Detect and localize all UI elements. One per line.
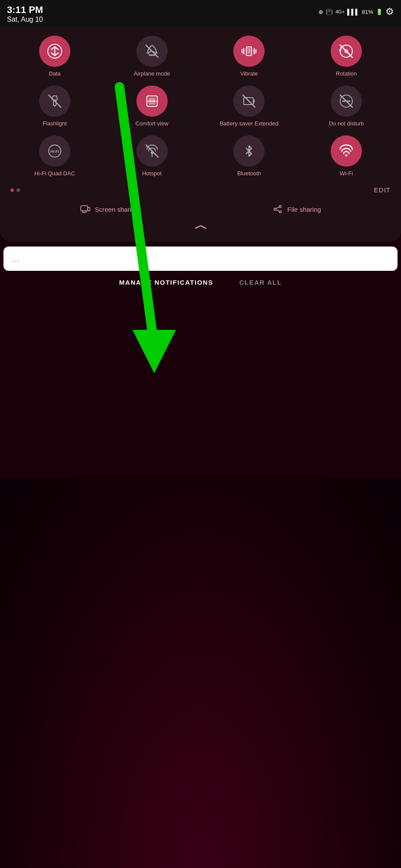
tile-data[interactable]: Data [9,36,101,78]
file-sharing-button[interactable]: File sharing [272,204,321,214]
hifi-icon: HI-FI [39,135,70,167]
hotspot-icon [136,135,168,167]
svg-rect-14 [253,99,255,103]
quick-settings-panel: Data Airplane mode [0,27,401,241]
dot-1 [10,188,14,192]
edit-button[interactable]: EDIT [374,186,391,194]
tile-vibrate[interactable]: Vibrate [203,36,295,78]
tile-flashlight[interactable]: Flashlight [9,85,101,128]
network-icon: 4G+ [335,9,345,14]
vibrate-label: Vibrate [240,70,258,78]
svg-rect-27 [88,207,90,211]
tile-hotspot[interactable]: Hotspot [106,135,198,178]
tile-comfort[interactable]: Comfort view [106,85,198,128]
status-icons: ⊕ 📳 4G+ ▌▌▌ 81% 🔋 ⚙ [318,4,394,17]
battery-saver-icon [233,85,265,117]
svg-rect-25 [81,206,88,211]
svg-point-24 [345,155,348,157]
svg-rect-26 [83,211,86,213]
wifi-icon [331,135,362,167]
dnd-label: Do not disturb [329,120,364,128]
svg-text:HI-FI: HI-FI [50,149,59,154]
svg-rect-3 [247,48,251,54]
tile-hifi[interactable]: HI-FI Hi-Fi Quad DAC [9,135,101,178]
add-icon: ⊕ [318,9,323,15]
svg-point-29 [279,206,282,208]
dot-2 [17,188,20,192]
flashlight-icon [39,85,70,117]
svg-point-30 [279,211,282,213]
flashlight-label: Flashlight [43,120,67,128]
rotation-label: Rotation [336,70,357,78]
vibrate-icon [233,36,265,67]
airplane-icon [136,36,168,67]
signal-icon: ▌▌▌ [347,9,359,15]
svg-line-32 [276,210,279,211]
hotspot-label: Hotspot [142,170,162,178]
collapse-handle[interactable] [9,221,392,233]
data-label: Data [49,70,60,78]
status-time-date: 3:11 PM Sat, Aug 10 [7,4,43,23]
manage-clear-row: MANAGE NOTIFICATIONS CLEAR ALL [0,279,401,286]
tile-wifi[interactable]: Wi-Fi [300,135,392,178]
settings-icon[interactable]: ⚙ [385,6,394,17]
battery-saver-label: Battery saver Extended [220,120,278,128]
rotation-icon [331,36,362,67]
screen-sharing-label: Screen sharing [95,206,139,213]
clear-all-button[interactable]: CLEAR ALL [239,279,282,286]
notification-bar: ... [3,247,398,271]
tile-battery-saver[interactable]: Battery saver Extended [203,85,295,128]
comfort-icon [136,85,168,117]
svg-line-31 [276,207,279,209]
notification-placeholder: ... [12,254,20,264]
status-bar: 3:11 PM Sat, Aug 10 ⊕ 📳 4G+ ▌▌▌ 81% 🔋 ⚙ [0,0,401,27]
bluetooth-icon [233,135,265,167]
battery-percentage: 81% [362,9,373,15]
tile-dnd[interactable]: Do not disturb [300,85,392,128]
vibrate-status-icon: 📳 [326,9,333,15]
bottom-actions: Screen sharing File sharing [9,201,392,218]
manage-notifications-button[interactable]: MANAGE NOTIFICATIONS [119,279,213,286]
tile-airplane[interactable]: Airplane mode [106,36,198,78]
screen-sharing-button[interactable]: Screen sharing [80,204,139,214]
status-time: 3:11 PM [7,4,43,16]
file-sharing-label: File sharing [287,206,321,213]
battery-icon: 🔋 [376,9,383,15]
airplane-label: Airplane mode [134,70,170,78]
hifi-label: Hi-Fi Quad DAC [34,170,75,178]
dnd-icon [331,85,362,117]
status-date: Sat, Aug 10 [7,16,43,23]
data-icon [39,36,70,67]
quick-settings-grid: Data Airplane mode [9,36,392,178]
page-edit-row: EDIT [9,186,392,194]
wifi-label: Wi-Fi [340,170,353,178]
tile-bluetooth[interactable]: Bluetooth [203,135,295,178]
svg-marker-35 [133,330,176,373]
tile-rotation[interactable]: Rotation [300,36,392,78]
svg-marker-6 [338,49,342,51]
bluetooth-label: Bluetooth [237,170,261,178]
page-dots [10,188,20,192]
svg-point-28 [274,208,276,210]
comfort-label: Comfort view [136,120,169,128]
